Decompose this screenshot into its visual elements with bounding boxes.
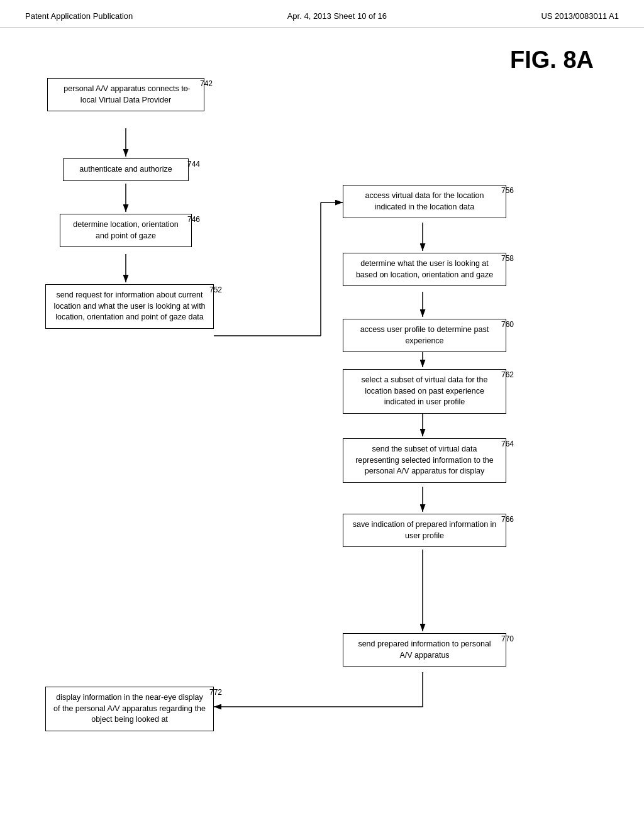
header-right: US 2013/0083011 A1 (541, 11, 619, 21)
page-header: Patent Application Publication Apr. 4, 2… (0, 0, 644, 28)
ref-746: 746 (187, 215, 200, 224)
ref-744: 744 (187, 160, 200, 169)
ref-742: 742 (200, 79, 213, 88)
box-772-text: display information in the near-eye disp… (53, 693, 206, 724)
box-762: select a subset of virtual data for the … (343, 369, 506, 414)
box-766: save indication of prepared information … (343, 514, 506, 547)
ref-752: 752 (209, 285, 222, 294)
box-762-text: select a subset of virtual data for the … (362, 375, 488, 406)
ref-766: 766 (501, 515, 514, 524)
box-760: access user profile to determine past ex… (343, 319, 506, 352)
box-752-text: send request for information about curre… (53, 290, 205, 321)
box-742: personal A/V apparatus connects to local… (47, 78, 204, 111)
box-764: send the subset of virtual data represen… (343, 438, 506, 483)
figure-label: FIG. 8A (510, 47, 594, 74)
header-left: Patent Application Publication (25, 11, 133, 21)
header-middle: Apr. 4, 2013 Sheet 10 of 16 (287, 11, 387, 21)
diagram-area: FIG. 8A (0, 28, 644, 820)
ref-758: 758 (501, 254, 514, 263)
box-752: send request for information about curre… (45, 284, 214, 329)
ref-756: 756 (501, 186, 514, 195)
box-770: send prepared information to personal A/… (343, 633, 506, 667)
box-766-text: save indication of prepared information … (353, 520, 497, 540)
box-744-text: authenticate and authorize (79, 165, 172, 174)
box-758-text: determine what the user is looking at ba… (356, 259, 493, 279)
box-746: determine location, orientation and poin… (60, 214, 192, 247)
box-764-text: send the subset of virtual data represen… (355, 445, 494, 475)
box-746-text: determine location, orientation and poin… (73, 220, 178, 240)
box-760-text: access user profile to determine past ex… (360, 325, 489, 345)
box-756-text: access virtual data for the location ind… (365, 191, 484, 211)
box-758: determine what the user is looking at ba… (343, 253, 506, 286)
ref-764: 764 (501, 440, 514, 448)
ref-772: 772 (209, 688, 222, 697)
box-744: authenticate and authorize (63, 158, 189, 181)
box-742-text: personal A/V apparatus connects to local… (64, 84, 187, 104)
box-756: access virtual data for the location ind… (343, 185, 506, 218)
ref-760: 760 (501, 320, 514, 329)
box-770-text: send prepared information to personal A/… (358, 639, 491, 660)
ref-770: 770 (501, 634, 514, 643)
box-772: display information in the near-eye disp… (45, 687, 214, 731)
ref-762: 762 (501, 370, 514, 379)
